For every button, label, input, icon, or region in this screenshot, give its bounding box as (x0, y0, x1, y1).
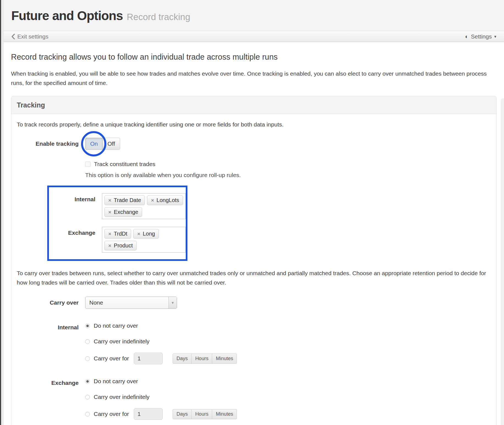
radio-option-label: Carry over indefinitely (94, 338, 149, 345)
tracking-intro-text: To track records properly, define a uniq… (17, 121, 491, 128)
exchange-carry-for-radio[interactable] (85, 412, 90, 416)
tag-label: Long (143, 231, 155, 237)
internal-days-button[interactable]: Days (173, 354, 192, 364)
exchange-identifier-field[interactable]: × TrdDt × Long × Product (102, 227, 186, 253)
caret-down-icon: ▾ (494, 34, 496, 39)
tag-longlots[interactable]: × LongLots (147, 195, 183, 205)
exit-settings-link[interactable]: Exit settings (11, 33, 48, 40)
exchange-unit-buttons: Days Hours Minutes (173, 409, 237, 419)
exchange-hours-button[interactable]: Hours (192, 409, 212, 419)
internal-do-not-carry-radio[interactable] (85, 324, 90, 328)
internal-duration-input[interactable] (134, 353, 163, 364)
internal-carry-indefinitely-radio[interactable] (85, 339, 90, 344)
radio-row: Carry over for Days Hours Minutes (85, 408, 237, 420)
exchange-duration-input[interactable] (134, 408, 163, 420)
tag-trddt[interactable]: × TrdDt (104, 229, 131, 239)
internal-radio-options: Do not carry over Carry over indefinitel… (85, 321, 237, 364)
settings-menu-label: Settings (471, 33, 492, 40)
tracking-off-button[interactable]: Off (103, 138, 120, 150)
enable-tracking-toggle: On Off (85, 138, 120, 150)
tag-trade-date[interactable]: × Trade Date (104, 195, 145, 205)
tag-label: Product (114, 242, 133, 249)
radio-row: Do not carry over (85, 377, 237, 386)
carry-over-selected-value: None (85, 297, 168, 308)
radio-row: Do not carry over (85, 321, 237, 330)
page: Future and OptionsRecord tracking Exit s… (4, 0, 504, 425)
radio-option-label: Do not carry over (94, 322, 138, 329)
page-heading: Record tracking allows you to follow an … (11, 53, 497, 62)
radio-option-label: Do not carry over (94, 378, 138, 385)
exchange-minutes-button[interactable]: Minutes (212, 409, 237, 419)
collapsed-sidebar-edge (1, 0, 4, 425)
on-off-button-group: On Off (85, 138, 120, 150)
tag-exchange[interactable]: × Exchange (104, 207, 142, 217)
exchange-days-button[interactable]: Days (173, 409, 192, 419)
internal-identifier-field[interactable]: × Trade Date × LongLots × Exchange (102, 193, 186, 219)
exchange-identifier-label: Exchange (49, 227, 95, 236)
internal-identifier-row: Internal × Trade Date × LongLots (49, 193, 186, 219)
remove-tag-icon[interactable]: × (108, 198, 111, 203)
carry-over-label: Carry over (17, 297, 79, 306)
enable-tracking-row: Enable tracking On Off (17, 138, 491, 150)
remove-tag-icon[interactable]: × (151, 198, 154, 203)
radio-row: Carry over indefinitely (85, 337, 237, 346)
vertical-scrollbar[interactable] (501, 98, 504, 425)
remove-tag-icon[interactable]: × (108, 209, 111, 215)
tracking-panel: Tracking To track records properly, defi… (11, 96, 497, 425)
exchange-carry-indefinitely-radio[interactable] (85, 395, 90, 399)
remove-tag-icon[interactable]: × (108, 231, 111, 236)
settings-menu-button[interactable]: ◐ Settings ▾ (465, 33, 496, 40)
tracking-panel-body: To track records properly, define a uniq… (11, 114, 496, 425)
radio-row: Carry over for Days Hours Minutes (85, 353, 237, 364)
exit-settings-label: Exit settings (17, 33, 48, 40)
tag-label: Exchange (114, 209, 138, 215)
radio-option-label: Carry over for (94, 355, 129, 362)
internal-hours-button[interactable]: Hours (192, 354, 212, 364)
exchange-carry-over-group: Exchange Do not carry over Carry over in… (17, 377, 491, 420)
page-description: When tracking is enabled, you will be ab… (11, 69, 497, 88)
remove-tag-icon[interactable]: × (108, 243, 111, 248)
dropdown-arrow-icon: ▼ (168, 297, 177, 308)
internal-carry-for-radio[interactable] (85, 356, 90, 361)
internal-minutes-button[interactable]: Minutes (212, 354, 237, 364)
internal-unit-buttons: Days Hours Minutes (173, 354, 237, 364)
internal-carry-over-group: Internal Do not carry over Carry over in… (17, 321, 491, 364)
tracking-panel-title: Tracking (11, 96, 496, 114)
carry-over-description: To carry over trades between runs, selec… (17, 269, 491, 287)
radio-option-label: Carry over indefinitely (94, 394, 149, 400)
settings-toolbar: Exit settings ◐ Settings ▾ (4, 31, 504, 42)
constituent-trades-help: This option is only available when you c… (85, 172, 491, 178)
app-header: Future and OptionsRecord tracking (4, 0, 504, 31)
annotation-box-identifiers: Internal × Trade Date × LongLots (47, 186, 187, 261)
app-title: Future and Options (11, 9, 123, 23)
remove-tag-icon[interactable]: × (137, 231, 140, 236)
carry-over-row: Carry over None ▼ (17, 297, 491, 309)
radio-row: Carry over indefinitely (85, 393, 237, 401)
enable-tracking-label: Enable tracking (17, 138, 79, 147)
page-subtitle: Record tracking (127, 12, 190, 22)
exchange-do-not-carry-radio[interactable] (85, 379, 90, 384)
tag-product[interactable]: × Product (104, 241, 137, 250)
tracking-on-button[interactable]: On (85, 138, 103, 150)
internal-group-label: Internal (17, 321, 79, 331)
toggle-icon: ◐ (465, 34, 469, 39)
exchange-radio-options: Do not carry over Carry over indefinitel… (85, 377, 237, 420)
carry-over-select[interactable]: None ▼ (85, 297, 177, 309)
exchange-identifier-row: Exchange × TrdDt × Long × (49, 227, 186, 253)
radio-option-label: Carry over for (94, 411, 129, 417)
tag-label: Trade Date (114, 197, 141, 203)
constituent-trades-row: Track constituent trades (85, 161, 491, 167)
tag-label: LongLots (157, 197, 179, 203)
internal-identifier-label: Internal (49, 193, 95, 203)
main-content: Record tracking allows you to follow an … (4, 53, 504, 425)
tag-long[interactable]: × Long (133, 229, 159, 239)
constituent-trades-checkbox[interactable] (85, 162, 90, 167)
constituent-trades-label: Track constituent trades (94, 161, 155, 167)
tag-label: TrdDt (114, 231, 127, 237)
exchange-group-label: Exchange (17, 377, 79, 386)
chevron-left-icon (11, 34, 15, 39)
